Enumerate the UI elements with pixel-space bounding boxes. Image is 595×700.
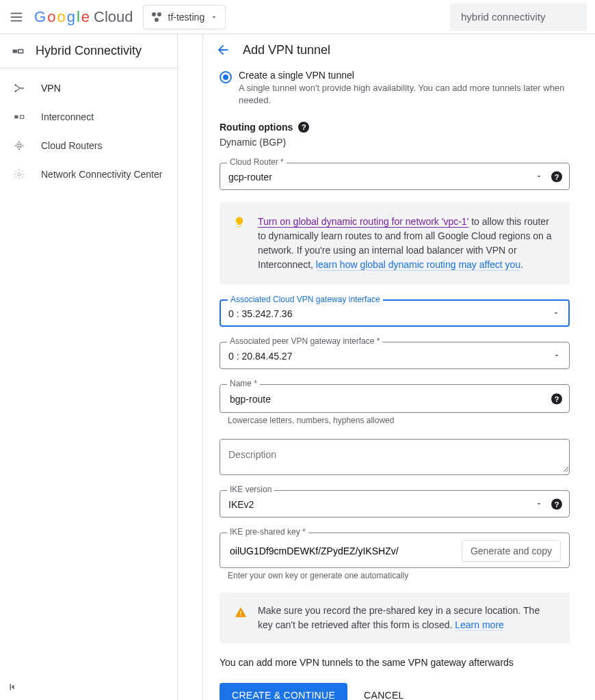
google-cloud-logo[interactable]: Google Cloud [34,8,133,26]
ike-key-input[interactable] [228,545,456,557]
name-help-icon[interactable]: ? [551,394,562,405]
cloud-gateway-interface-select[interactable]: Associated Cloud VPN gateway interface 0… [220,299,570,327]
project-picker[interactable]: tf-testing [143,5,226,29]
ike-key-helper: Enter your own key or generate one autom… [220,571,570,580]
sidebar-item-cloud-routers[interactable]: Cloud Routers [0,131,177,160]
svg-rect-9 [21,116,24,119]
svg-point-10 [18,173,21,176]
section-title: Hybrid Connectivity [0,34,177,68]
global-routing-link[interactable]: Turn on global dynamic routing for netwo… [258,216,468,227]
svg-rect-8 [14,116,18,119]
radio-help: A single tunnel won't provide high avail… [239,82,570,107]
name-input[interactable] [228,393,561,405]
ike-version-select[interactable]: IKE version IKEv2 ? [220,490,570,517]
interconnect-icon [12,110,26,124]
svg-rect-11 [10,684,12,690]
sidebar-item-ncc[interactable]: Network Connectivity Center [0,160,177,189]
top-bar: Google Cloud tf-testing [0,0,595,34]
cloud-router-select[interactable]: Cloud Router * gcp-router ? [220,163,570,190]
main: Add VPN tunnel Create a single VPN tunne… [178,34,595,700]
menu-icon[interactable] [8,9,25,25]
learn-more-link[interactable]: Learn more [455,619,504,630]
name-helper: Lowercase letters, numbers, hyphens allo… [220,416,570,425]
sidebar: Hybrid Connectivity VPN Interconnect Clo… [0,34,178,700]
vpn-icon [12,81,26,95]
routing-value: Dynamic (BGP) [220,137,570,148]
peer-gateway-interface-select[interactable]: Associated peer VPN gateway interface * … [220,342,570,369]
search-input[interactable] [450,3,587,31]
more-tunnels-text: You can add more VPN tunnels to the same… [220,657,570,668]
cancel-button[interactable]: CANCEL [360,689,408,700]
sidebar-item-label: Interconnect [41,111,94,122]
preshared-key-warning: Make sure you record the pre-shared key … [220,593,570,643]
project-name: tf-testing [168,12,205,23]
name-field[interactable]: Name * ? [220,384,570,413]
svg-rect-4 [18,49,23,53]
sidebar-item-label: Network Connectivity Center [41,169,162,180]
ike-key-field[interactable]: IKE pre-shared key * Generate and copy [220,533,570,568]
generate-copy-button[interactable]: Generate and copy [462,540,561,562]
routing-help-icon[interactable]: ? [298,122,309,133]
hybrid-connectivity-icon [11,44,25,58]
warning-icon [235,606,247,619]
chevron-down-icon [210,13,218,21]
cloud-routers-icon [12,139,26,152]
collapse-sidebar-icon[interactable] [7,681,19,693]
page-title: Add VPN tunnel [243,43,330,57]
radio-label: Create a single VPN tunnel [239,70,570,81]
sidebar-item-label: VPN [41,83,61,94]
cloud-router-help-icon[interactable]: ? [551,172,562,183]
project-icon [150,11,163,23]
learn-dynamic-routing-link[interactable]: learn how global dynamic routing may aff… [316,259,520,270]
description-field[interactable] [220,439,570,475]
svg-rect-3 [13,49,18,53]
create-continue-button[interactable]: CREATE & CONTINUE [220,683,347,700]
sidebar-item-interconnect[interactable]: Interconnect [0,103,177,131]
back-arrow-icon[interactable] [211,42,230,57]
sidebar-item-vpn[interactable]: VPN [0,74,177,103]
ncc-icon [12,167,26,181]
description-input[interactable] [220,440,569,472]
sidebar-item-label: Cloud Routers [41,140,103,151]
single-tunnel-radio[interactable] [220,71,232,83]
routing-options-label: Routing options [220,122,293,133]
routing-tip: Turn on global dynamic routing for netwo… [220,202,570,284]
lightbulb-icon [233,216,246,228]
ike-version-help-icon[interactable]: ? [551,499,562,510]
